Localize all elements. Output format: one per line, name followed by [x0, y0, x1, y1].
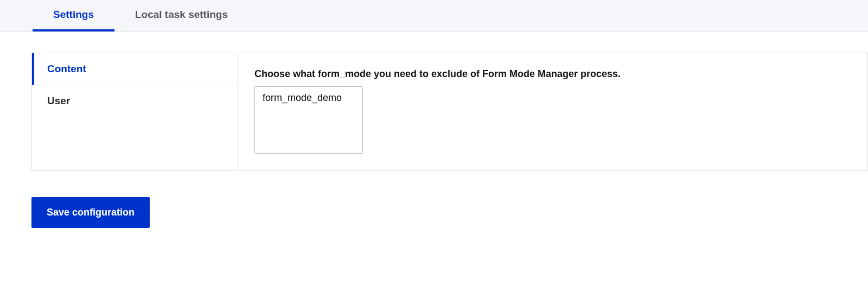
- vertical-tabs: Content User: [32, 53, 238, 170]
- panel-content: Choose what form_mode you need to exclud…: [238, 53, 867, 170]
- settings-panel: Content User Choose what form_mode you n…: [31, 53, 868, 171]
- form-mode-exclude-select[interactable]: form_mode_demo: [254, 86, 363, 154]
- tab-settings[interactable]: Settings: [33, 0, 114, 31]
- vertical-tab-user[interactable]: User: [32, 85, 238, 117]
- tab-local-task-settings[interactable]: Local task settings: [114, 0, 248, 31]
- vertical-tab-content[interactable]: Content: [32, 53, 238, 85]
- primary-tabs: Settings Local task settings: [0, 0, 868, 32]
- form-mode-exclude-label: Choose what form_mode you need to exclud…: [254, 68, 851, 80]
- form-mode-option[interactable]: form_mode_demo: [255, 87, 362, 109]
- save-configuration-button[interactable]: Save configuration: [31, 197, 150, 228]
